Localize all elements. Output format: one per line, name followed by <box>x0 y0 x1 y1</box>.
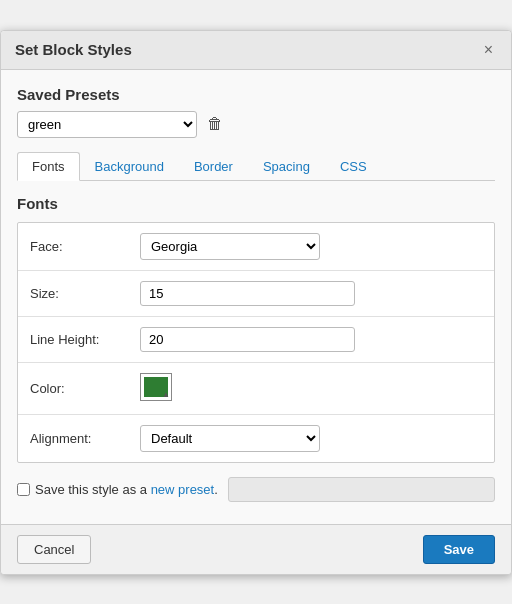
tab-css[interactable]: CSS <box>325 152 382 180</box>
save-button[interactable]: Save <box>423 535 495 564</box>
dialog-title: Set Block Styles <box>15 41 132 58</box>
field-row-alignment: Alignment: Default Left Center Right <box>18 415 494 462</box>
lineheight-label: Line Height: <box>30 332 140 347</box>
delete-preset-button[interactable]: 🗑 <box>203 113 227 135</box>
field-row-color: Color: ▲ <box>18 363 494 415</box>
trash-icon: 🗑 <box>207 115 223 132</box>
tab-border[interactable]: Border <box>179 152 248 180</box>
color-swatch[interactable]: ▲ <box>140 373 172 401</box>
size-label: Size: <box>30 286 140 301</box>
new-preset-name-input[interactable] <box>228 477 495 502</box>
field-row-face: Face: Georgia Arial Times New Roman Verd… <box>18 223 494 271</box>
cancel-button[interactable]: Cancel <box>17 535 91 564</box>
color-label: Color: <box>30 381 140 396</box>
color-control: ▲ <box>140 373 482 404</box>
fonts-section-title: Fonts <box>17 195 495 212</box>
fonts-fields-table: Face: Georgia Arial Times New Roman Verd… <box>17 222 495 463</box>
tab-background[interactable]: Background <box>80 152 179 180</box>
lineheight-control <box>140 327 482 352</box>
field-row-size: Size: <box>18 271 494 317</box>
face-select[interactable]: Georgia Arial Times New Roman Verdana <box>140 233 320 260</box>
save-preset-checkbox[interactable] <box>17 483 30 496</box>
tab-fonts[interactable]: Fonts <box>17 152 80 181</box>
new-preset-link[interactable]: new preset <box>151 482 215 497</box>
tab-spacing[interactable]: Spacing <box>248 152 325 180</box>
tabs-bar: Fonts Background Border Spacing CSS <box>17 152 495 181</box>
face-control: Georgia Arial Times New Roman Verdana <box>140 233 482 260</box>
set-block-styles-dialog: Set Block Styles × Saved Presets green 🗑… <box>0 30 512 575</box>
size-control <box>140 281 482 306</box>
dialog-body: Saved Presets green 🗑 Fonts Background B… <box>1 70 511 524</box>
face-label: Face: <box>30 239 140 254</box>
saved-presets-title: Saved Presets <box>17 86 495 103</box>
alignment-control: Default Left Center Right <box>140 425 482 452</box>
save-preset-row: Save this style as a new preset. <box>17 477 495 502</box>
alignment-label: Alignment: <box>30 431 140 446</box>
alignment-select[interactable]: Default Left Center Right <box>140 425 320 452</box>
color-dropdown-arrow: ▲ <box>162 390 170 399</box>
save-preset-label[interactable]: Save this style as a new preset. <box>17 482 218 497</box>
size-input[interactable] <box>140 281 355 306</box>
lineheight-input[interactable] <box>140 327 355 352</box>
close-button[interactable]: × <box>480 41 497 59</box>
dialog-header: Set Block Styles × <box>1 31 511 70</box>
preset-select[interactable]: green <box>17 111 197 138</box>
dialog-footer: Cancel Save <box>1 524 511 574</box>
field-row-lineheight: Line Height: <box>18 317 494 363</box>
save-preset-text: Save this style as a new preset. <box>35 482 218 497</box>
presets-row: green 🗑 <box>17 111 495 138</box>
